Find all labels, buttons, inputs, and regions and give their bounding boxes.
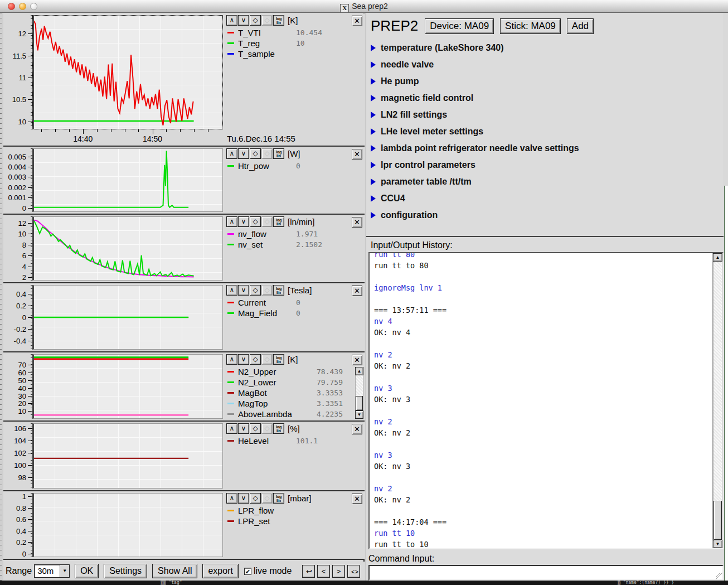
export-button[interactable]: export	[202, 564, 238, 578]
triangle-right-icon[interactable]	[371, 162, 376, 168]
scroll-down-icon[interactable]: ∨	[238, 15, 249, 26]
zoom-expand-icon[interactable]: ◇	[250, 216, 261, 227]
add-button[interactable]: Add	[567, 18, 594, 34]
scroll-up-icon[interactable]: ▲	[713, 253, 722, 262]
expand-range-button[interactable]: <>	[347, 565, 360, 578]
section-item[interactable]: CCU4	[371, 190, 716, 207]
scroll-up-icon[interactable]: ∧	[226, 285, 237, 296]
range-dropdown[interactable]: 30m ▼	[34, 564, 70, 578]
command-input[interactable]	[370, 566, 725, 581]
jump-latest-button[interactable]: ↩	[302, 565, 315, 578]
legend-entry[interactable]: nv_flow1.971	[226, 229, 362, 239]
close-icon[interactable]: ✕	[352, 217, 362, 228]
scroll-down-icon[interactable]: ∨	[238, 423, 249, 434]
scroll-up-icon[interactable]: ∧	[226, 493, 237, 504]
scroll-up-icon[interactable]: ∧	[226, 148, 237, 159]
scroll-up-icon[interactable]: ∧	[226, 216, 237, 227]
close-icon[interactable]: ✕	[352, 494, 362, 504]
triangle-right-icon[interactable]	[371, 128, 376, 135]
step-back-button[interactable]: <	[317, 565, 330, 578]
section-item[interactable]: configuration	[371, 207, 716, 224]
legend-entry[interactable]: T_VTI10.454	[226, 27, 362, 38]
legend-entry[interactable]: T_sample	[226, 49, 362, 59]
close-icon[interactable]: ✕	[352, 286, 362, 296]
section-item[interactable]: temperature (LakeShore 340)	[371, 40, 716, 56]
triangle-right-icon[interactable]	[371, 78, 376, 85]
log-lin-toggle-icon[interactable]: loglin	[273, 423, 284, 434]
scroll-down-icon[interactable]: ∨	[238, 354, 249, 365]
scroll-down-icon[interactable]: ▼	[355, 410, 363, 419]
zoom-expand-icon[interactable]: ◇	[250, 423, 261, 434]
scroll-up-icon[interactable]: ∧	[226, 423, 237, 434]
legend-entry[interactable]: T_reg10	[226, 38, 362, 49]
section-item[interactable]: LN2 fill settings	[371, 107, 716, 123]
settings-button[interactable]: Settings	[104, 564, 147, 578]
section-item[interactable]: He pump	[371, 73, 716, 90]
scroll-down-icon[interactable]: ∨	[238, 148, 249, 159]
close-icon[interactable]: ✕	[352, 149, 362, 159]
legend-entry[interactable]: N2_Lower79.759	[226, 377, 362, 388]
section-item[interactable]: needle valve	[371, 56, 716, 73]
zoom-expand-icon[interactable]: ◇	[250, 15, 261, 26]
scrollbar-thumb[interactable]	[356, 396, 363, 410]
zoom-expand-icon[interactable]: ◇	[250, 354, 261, 365]
log-lin-toggle-icon[interactable]: loglin	[273, 15, 284, 26]
legend-entry[interactable]: N2_Upper78.439	[226, 366, 362, 377]
legend-entry[interactable]: HeLevel101.1	[226, 436, 362, 446]
scroll-down-icon[interactable]: ▼	[713, 540, 722, 548]
close-icon[interactable]: ✕	[352, 424, 362, 434]
resize-grip-icon[interactable]	[716, 573, 722, 579]
step-forward-button[interactable]: >	[332, 565, 345, 578]
section-item[interactable]: LHe level meter settings	[371, 123, 716, 140]
legend-entry[interactable]: MagBot3.3353	[226, 388, 362, 398]
stick-button[interactable]: Stick: MA09	[500, 18, 561, 34]
scroll-up-icon[interactable]: ∧	[226, 15, 237, 26]
zoom-expand-icon[interactable]: ◇	[250, 148, 261, 159]
scroll-down-icon[interactable]: ∨	[238, 216, 249, 227]
log-lin-toggle-icon[interactable]: loglin	[273, 493, 284, 504]
ok-button[interactable]: OK	[75, 564, 99, 578]
scroll-down-icon[interactable]: ∨	[238, 493, 249, 504]
log-lin-toggle-icon[interactable]: loglin	[273, 148, 284, 159]
show-all-button[interactable]: Show All	[152, 564, 197, 578]
legend-entry[interactable]: nv_set2.1502	[226, 239, 362, 250]
close-icon[interactable]: ✕	[352, 16, 362, 26]
triangle-right-icon[interactable]	[371, 95, 376, 101]
triangle-right-icon[interactable]	[371, 61, 376, 68]
log-lin-toggle-icon[interactable]: loglin	[273, 285, 284, 296]
log-lin-toggle-icon[interactable]: loglin	[273, 216, 284, 227]
legend-entry[interactable]: LPR_flow	[226, 505, 362, 516]
scrollbar-thumb[interactable]	[714, 501, 722, 540]
section-item[interactable]: lambda point refrigerator needle valve s…	[371, 140, 716, 157]
zoom-expand-icon[interactable]: ◇	[250, 493, 261, 504]
legend-entry[interactable]: Mag_Field0	[226, 308, 362, 318]
scroll-up-icon[interactable]: ▲	[355, 367, 363, 375]
section-item[interactable]: lpr control parameters	[371, 157, 716, 173]
legend-entry[interactable]: MagTop3.3351	[226, 398, 362, 409]
scroll-up-icon[interactable]: ∧	[226, 354, 237, 365]
legend-entry[interactable]: LPR_set	[226, 516, 362, 526]
scrollbar-track[interactable]	[355, 375, 363, 410]
device-button[interactable]: Device: MA09	[425, 18, 494, 34]
plot-wrap: 14:4014:50	[32, 13, 224, 146]
section-item[interactable]: magnetic field control	[371, 90, 716, 107]
triangle-right-icon[interactable]	[371, 112, 376, 118]
chevron-down-icon[interactable]: ▼	[60, 565, 69, 577]
legend-entry[interactable]: Current0	[226, 297, 362, 308]
legend-entry[interactable]: AboveLambda4.2235	[226, 409, 362, 419]
io-history-scrollbar[interactable]: ▲ ▼	[712, 253, 722, 548]
section-item[interactable]: parameter table /tt/tm	[371, 173, 716, 190]
legend-scrollbar[interactable]: ▲▼	[355, 367, 363, 419]
scroll-down-icon[interactable]: ∨	[238, 285, 249, 296]
scrollbar-track[interactable]	[713, 262, 722, 540]
triangle-right-icon[interactable]	[371, 178, 376, 185]
triangle-right-icon[interactable]	[371, 145, 376, 152]
legend-entry[interactable]: Htr_pow0	[226, 161, 362, 171]
triangle-right-icon[interactable]	[371, 45, 376, 51]
log-lin-toggle-icon[interactable]: loglin	[273, 354, 284, 365]
zoom-expand-icon[interactable]: ◇	[250, 285, 261, 296]
live-mode-checkbox[interactable]: ✔	[244, 568, 251, 575]
triangle-right-icon[interactable]	[371, 195, 376, 202]
triangle-right-icon[interactable]	[371, 212, 376, 219]
close-icon[interactable]: ✕	[352, 355, 362, 365]
